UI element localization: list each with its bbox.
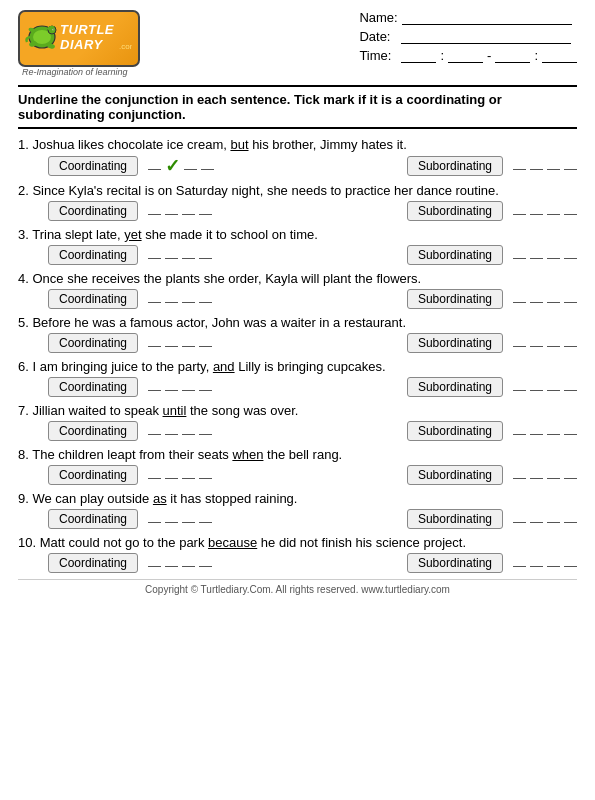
tick-dash <box>165 471 178 479</box>
time-line2[interactable] <box>448 49 483 63</box>
coordinating-btn-10[interactable]: Coordinating <box>48 553 138 573</box>
time-line4[interactable] <box>542 49 577 63</box>
logo-area: TURTLE DIARY .com Re-Imagination of lear… <box>18 10 140 77</box>
coord-ticks-8 <box>148 471 212 479</box>
tick-row-7: Coordinating Subordinating <box>48 421 577 441</box>
subordinating-btn-6[interactable]: Subordinating <box>407 377 503 397</box>
tick-dash <box>564 162 577 170</box>
coord-ticks-6 <box>148 383 212 391</box>
subordinating-btn-3[interactable]: Subordinating <box>407 245 503 265</box>
coord-ticks-9 <box>148 515 212 523</box>
logo-tagline: Re-Imagination of learning <box>22 67 128 77</box>
tick-dash <box>564 427 577 435</box>
coordinating-btn-9[interactable]: Coordinating <box>48 509 138 529</box>
tick-row-1: Coordinating ✓ Subordinating <box>48 155 577 177</box>
coord-ticks-1: ✓ <box>148 155 214 177</box>
tick-dash <box>513 339 526 347</box>
subordinating-btn-8[interactable]: Subordinating <box>407 465 503 485</box>
tick-dash <box>182 559 195 567</box>
subordinating-btn-7[interactable]: Subordinating <box>407 421 503 441</box>
tick-row-10: Coordinating Subordinating <box>48 553 577 573</box>
tick-dash <box>182 383 195 391</box>
subordinating-btn-10[interactable]: Subordinating <box>407 553 503 573</box>
subord-ticks-3 <box>513 251 577 259</box>
question-block-1: 1. Joshua likes chocolate ice cream, but… <box>18 137 577 177</box>
coordinating-btn-3[interactable]: Coordinating <box>48 245 138 265</box>
tick-dash <box>201 162 214 170</box>
tick-dash <box>513 207 526 215</box>
questions-container: 1. Joshua likes chocolate ice cream, but… <box>18 137 577 573</box>
tick-dash <box>184 162 197 170</box>
tick-dash <box>530 295 543 303</box>
tick-dash <box>165 207 178 215</box>
question-text-9: 9. We can play outside as it has stopped… <box>18 491 577 506</box>
tick-dash <box>530 251 543 259</box>
checkmark-icon: ✓ <box>165 155 180 177</box>
tick-row-3: Coordinating Subordinating <box>48 245 577 265</box>
logo-svg: TURTLE DIARY .com <box>24 14 132 60</box>
subord-ticks-8 <box>513 471 577 479</box>
question-text-6: 6. I am bringing juice to the party, and… <box>18 359 577 374</box>
time-dash: - <box>487 48 491 63</box>
tick-dash <box>199 515 212 523</box>
question-text-2: 2. Since Kyla's recital is on Saturday n… <box>18 183 577 198</box>
tick-dash <box>530 207 543 215</box>
instructions: Underline the conjunction in each senten… <box>18 85 577 129</box>
question-text-3: 3. Trina slept late, yet she made it to … <box>18 227 577 242</box>
tick-dash <box>148 251 161 259</box>
svg-text:.com: .com <box>119 42 132 51</box>
coord-ticks-4 <box>148 295 212 303</box>
tick-dash <box>165 295 178 303</box>
question-block-5: 5. Before he was a famous actor, John wa… <box>18 315 577 353</box>
tick-row-2: Coordinating Subordinating <box>48 201 577 221</box>
tick-dash <box>148 162 161 170</box>
tick-dash <box>182 207 195 215</box>
tick-dash <box>199 471 212 479</box>
time-line1[interactable] <box>401 49 436 63</box>
tick-dash <box>530 559 543 567</box>
tick-dash <box>564 251 577 259</box>
coordinating-btn-7[interactable]: Coordinating <box>48 421 138 441</box>
time-line3[interactable] <box>495 49 530 63</box>
subordinating-btn-4[interactable]: Subordinating <box>407 289 503 309</box>
coordinating-btn-8[interactable]: Coordinating <box>48 465 138 485</box>
tick-dash <box>182 515 195 523</box>
coordinating-btn-5[interactable]: Coordinating <box>48 333 138 353</box>
tick-dash <box>547 515 560 523</box>
name-line[interactable] <box>402 11 572 25</box>
tick-dash <box>199 559 212 567</box>
coordinating-btn-1[interactable]: Coordinating <box>48 156 138 176</box>
tick-dash <box>513 471 526 479</box>
question-block-6: 6. I am bringing juice to the party, and… <box>18 359 577 397</box>
tick-dash <box>148 295 161 303</box>
subord-ticks-2 <box>513 207 577 215</box>
tick-dash <box>547 559 560 567</box>
date-line[interactable] <box>401 30 571 44</box>
tick-dash <box>547 295 560 303</box>
tick-dash <box>547 251 560 259</box>
coordinating-btn-2[interactable]: Coordinating <box>48 201 138 221</box>
subordinating-btn-1[interactable]: Subordinating <box>407 156 503 176</box>
name-row: Name: <box>359 10 577 25</box>
subordinating-btn-2[interactable]: Subordinating <box>407 201 503 221</box>
tick-dash <box>165 251 178 259</box>
coordinating-btn-4[interactable]: Coordinating <box>48 289 138 309</box>
date-label: Date: <box>359 29 397 44</box>
tick-dash <box>547 471 560 479</box>
subordinating-btn-9[interactable]: Subordinating <box>407 509 503 529</box>
subordinating-btn-5[interactable]: Subordinating <box>407 333 503 353</box>
tick-dash <box>564 207 577 215</box>
tick-dash <box>547 339 560 347</box>
tick-dash <box>564 559 577 567</box>
tick-dash <box>182 471 195 479</box>
tick-dash <box>148 207 161 215</box>
tick-dash <box>199 207 212 215</box>
subord-ticks-6 <box>513 383 577 391</box>
question-text-1: 1. Joshua likes chocolate ice cream, but… <box>18 137 577 152</box>
footer: Copyright © Turtlediary.Com. All rights … <box>18 579 577 595</box>
coordinating-btn-6[interactable]: Coordinating <box>48 377 138 397</box>
question-text-8: 8. The children leapt from their seats w… <box>18 447 577 462</box>
tick-dash <box>547 383 560 391</box>
question-block-9: 9. We can play outside as it has stopped… <box>18 491 577 529</box>
tick-dash <box>148 427 161 435</box>
